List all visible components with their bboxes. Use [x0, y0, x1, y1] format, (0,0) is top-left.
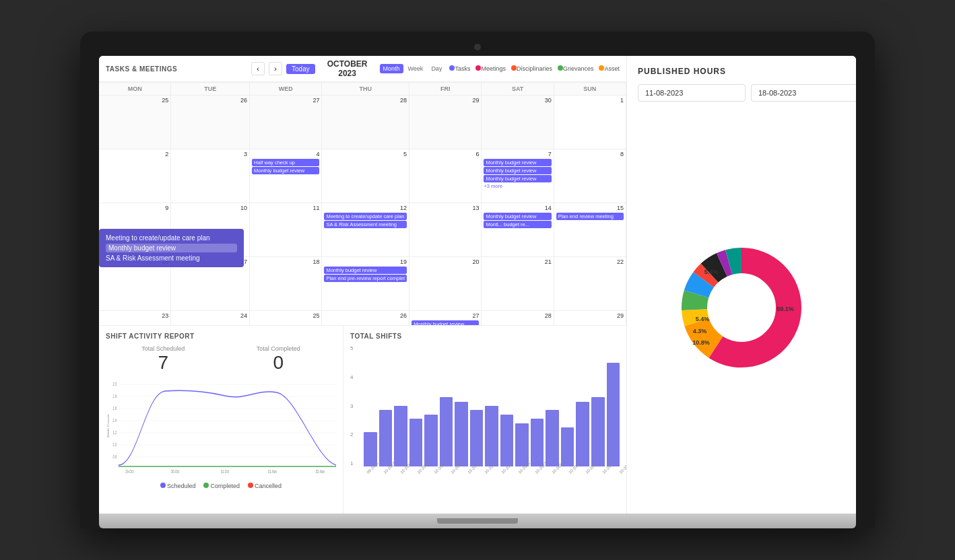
date-to-input[interactable]: [751, 84, 856, 102]
svg-text:4.3%: 4.3%: [693, 328, 707, 335]
legend-cancelled: Cancelled: [248, 483, 282, 489]
list-item: Monthly budget review: [484, 175, 551, 182]
table-row: 26: [322, 311, 409, 325]
bar-item: [379, 410, 393, 466]
laptop-notch: [437, 518, 518, 524]
svg-text:2.0: 2.0: [113, 382, 117, 386]
bar-item: [470, 410, 484, 466]
svg-text:30-Oct: 30-Oct: [171, 469, 180, 473]
table-row: 7 Monthly budget review Monthly budget r…: [482, 149, 554, 203]
list-item: Monthly budget review: [324, 267, 407, 274]
svg-text:10.8%: 10.8%: [692, 339, 710, 346]
table-row: 29: [554, 311, 626, 325]
stats-row: Total Scheduled 7 Total Completed 0: [106, 345, 336, 374]
list-item: Plan end review meeting: [556, 213, 624, 220]
tooltip-item-1: Meeting to create/update care plan: [106, 233, 237, 243]
tab-month[interactable]: Month: [380, 64, 403, 73]
laptop-screen: TASKS & MEETINGS ‹ › Today OCTOBER 2023 …: [99, 56, 856, 514]
shift-report: SHIFT ACTIVITY REPORT Total Scheduled 7 …: [99, 326, 343, 514]
tooltip-item-3: SA & Risk Assessment meeting: [106, 253, 237, 263]
svg-point-30: [708, 274, 775, 341]
bar-item: [576, 402, 589, 466]
section-title: TASKS & MEETINGS: [106, 65, 177, 73]
date-from-input[interactable]: [638, 84, 746, 102]
table-row: 3: [171, 149, 250, 203]
total-shifts: TOTAL SHIFTS 1 2 3 4 5: [343, 326, 626, 514]
bar-item: [394, 406, 407, 466]
table-row: 18: [250, 257, 322, 311]
screen-content: TASKS & MEETINGS ‹ › Today OCTOBER 2023 …: [99, 56, 856, 514]
day-fri: FRI: [409, 83, 482, 96]
bar-item: [591, 397, 605, 466]
table-row: 25: [250, 311, 322, 325]
total-scheduled: Total Scheduled 7: [141, 345, 185, 374]
list-item: Monthly budget review: [484, 213, 551, 220]
right-panel: PUBLISHED HOURS Search: [627, 56, 856, 514]
x-label: 10-2023: [619, 461, 627, 481]
bar-chart: 1 2 3 4 5 09-202310-202310-202310-202310…: [350, 345, 620, 480]
table-row: 27: [250, 96, 322, 149]
day-tue: TUE: [171, 83, 250, 96]
list-item: Half way check up: [252, 159, 319, 166]
completed-value: 0: [257, 352, 300, 374]
table-row: 1: [554, 96, 626, 149]
bars-container: [364, 345, 620, 466]
svg-text:31-Oct: 31-Oct: [221, 469, 230, 473]
day-sun: SUN: [554, 83, 626, 96]
left-panel: TASKS & MEETINGS ‹ › Today OCTOBER 2023 …: [99, 56, 627, 514]
next-btn[interactable]: ›: [269, 62, 282, 75]
svg-text:01-Nov: 01-Nov: [268, 469, 277, 473]
filter-tabs: Tasks Meetings Disciplinaries Grievances…: [449, 65, 620, 72]
svg-text:1.4: 1.4: [113, 418, 117, 423]
svg-text:1.6: 1.6: [113, 406, 117, 411]
list-item[interactable]: +3 more: [484, 183, 551, 189]
shift-report-title: SHIFT ACTIVITY REPORT: [106, 332, 336, 340]
svg-text:5.4%: 5.4%: [704, 269, 719, 275]
table-row: 22: [554, 257, 626, 311]
tab-day[interactable]: Day: [428, 64, 445, 73]
svg-text:Shift Count: Shift Count: [106, 414, 109, 438]
table-row: 11: [250, 203, 322, 257]
table-row: 27 Monthly budget review: [409, 311, 482, 325]
scheduled-label: Total Scheduled: [141, 345, 185, 352]
table-row: 12 Meeting to create/update care plan SA…: [322, 203, 409, 257]
day-sat: SAT: [482, 83, 554, 96]
table-row: 13: [409, 203, 482, 257]
table-row: 14 Monthly budget review Montl... budget…: [482, 203, 554, 257]
tab-week[interactable]: Week: [405, 64, 427, 73]
table-row: 6: [409, 149, 482, 203]
day-wed: WED: [250, 83, 322, 96]
bottom-section: SHIFT ACTIVITY REPORT Total Scheduled 7 …: [99, 325, 626, 514]
published-hours-title: PUBLISHED HOURS: [638, 67, 845, 76]
bar-item: [409, 419, 423, 466]
bar-item: [515, 423, 529, 466]
list-item: Monthly budget review: [411, 320, 479, 325]
list-item: Meeting to create/update care plan: [324, 213, 407, 220]
legend-completed: Completed: [203, 483, 240, 489]
bar-item: [455, 402, 468, 466]
svg-text:1.0: 1.0: [113, 442, 117, 447]
list-item: Plan end pre-review report complet: [324, 275, 407, 282]
list-item: Montl... budget re...: [484, 221, 551, 228]
calendar-grid: MON TUE WED THU FRI SAT SUN 25 26 27 28: [99, 82, 626, 325]
view-tabs: Month Week Day: [380, 64, 446, 73]
table-row: 5: [322, 149, 409, 203]
x-axis: 09-202310-202310-202310-202310-202310-20…: [364, 466, 620, 480]
svg-text:0.8: 0.8: [113, 454, 117, 459]
prev-btn[interactable]: ‹: [251, 62, 265, 75]
scheduled-value: 7: [141, 352, 185, 374]
bar-item: [364, 432, 377, 466]
laptop-base: [99, 514, 856, 528]
table-row: 28: [482, 311, 554, 325]
day-mon: MON: [99, 83, 171, 96]
month-label: OCTOBER 2023: [327, 59, 368, 78]
svg-text:5.4%: 5.4%: [696, 316, 710, 322]
table-row: 30: [482, 96, 554, 149]
donut-chart-container: 59.1% 10.8% 4.3% 5.4% 5.4%: [638, 112, 845, 503]
table-row: 4 Half way check up Monthly budget revie…: [250, 149, 322, 203]
table-row: 28: [322, 96, 409, 149]
bar-item: [485, 406, 498, 466]
bar-item: [531, 419, 544, 466]
today-btn[interactable]: Today: [286, 64, 315, 74]
chart-legend: Scheduled Completed Cancelled: [106, 483, 336, 489]
